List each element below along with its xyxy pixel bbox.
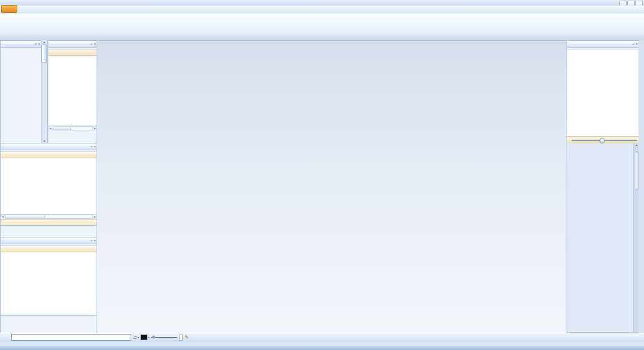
pin-icon[interactable]: ⊸	[631, 41, 634, 47]
line-width-value[interactable]	[179, 335, 183, 341]
close-icon[interactable]: ×	[94, 143, 96, 150]
ansichten-hscrollbar[interactable]: ◂▸	[48, 126, 97, 130]
line-type-dropdown[interactable]: ▱▾	[133, 335, 139, 340]
close-icon[interactable]: ×	[635, 41, 638, 47]
pin-icon[interactable]: ⊸	[89, 41, 92, 47]
feature-content-empty	[1, 252, 97, 315]
close-icon[interactable]: ×	[94, 41, 96, 47]
panel-ansichten: ⊸× ◂▸	[48, 40, 98, 144]
pin-icon[interactable]: ⊸	[89, 143, 92, 150]
viewport-3d[interactable]	[97, 40, 568, 334]
panel-bauwesen-funktionen: ⊸× ▲	[567, 40, 640, 334]
scroll-up-icon[interactable]: ▲	[43, 40, 46, 44]
symbol-size-slider-row	[567, 136, 639, 143]
right-dock-strip	[638, 40, 644, 333]
pin-icon[interactable]: ⊸	[89, 237, 92, 244]
viewport-scene	[97, 41, 567, 333]
close-icon[interactable]: ×	[94, 237, 96, 244]
ribbon	[0, 14, 644, 35]
bottom-toolbar: ▱▾ ▾ ✎	[0, 333, 644, 341]
konstruktionswechsel-scrollbar[interactable]: ▲▼	[41, 40, 48, 143]
panel-3d-teilestruktur: ⊸× ◂▸	[0, 143, 98, 238]
title-bar	[0, 0, 644, 6]
line-color-dropdown[interactable]: ▾	[141, 335, 149, 340]
pin-icon[interactable]: ⊸	[33, 41, 37, 47]
ribbon-tab-row	[0, 6, 644, 14]
application-menu-button[interactable]	[1, 5, 17, 13]
symbol-size-slider[interactable]	[572, 140, 637, 141]
bottom-strip	[0, 346, 644, 350]
symbol-gallery: ▲	[567, 143, 639, 332]
teilestruktur-hscrollbar[interactable]: ◂▸	[1, 214, 97, 219]
prompt-input[interactable]	[11, 334, 131, 341]
close-icon[interactable]: ×	[38, 41, 40, 47]
pen-icon[interactable]: ✎	[185, 335, 189, 341]
panel-feature: ⊸×	[0, 237, 98, 334]
selected-elements-footer	[1, 219, 97, 225]
panel-konstruktionswechsel: ⊸×	[0, 40, 42, 144]
line-width-slider[interactable]	[151, 337, 177, 338]
